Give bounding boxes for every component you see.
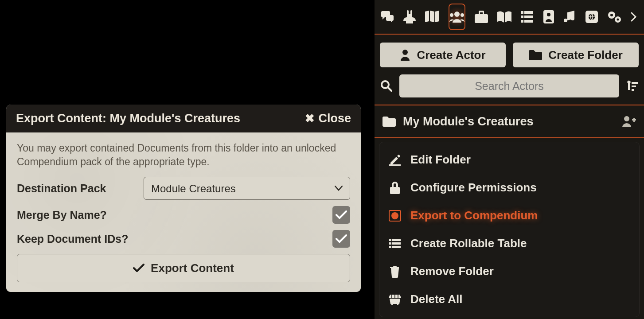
- svg-rect-4: [524, 11, 533, 14]
- tab-journal[interactable]: [497, 9, 511, 24]
- sidebar: Create Actor Create Folder My Module's C…: [375, 0, 644, 319]
- folder-name: My Module's Creatures: [403, 115, 534, 128]
- check-icon: [336, 234, 347, 243]
- ctx-configure-permissions[interactable]: Configure Permissions: [379, 174, 639, 202]
- collapse-sidebar-icon[interactable]: [631, 12, 638, 22]
- destination-select[interactable]: Module Creatures: [144, 177, 350, 200]
- svg-point-2: [461, 13, 464, 17]
- user-icon: [400, 49, 410, 61]
- svg-rect-32: [392, 246, 401, 248]
- svg-rect-30: [392, 242, 401, 245]
- export-content-dialog: Export Content: My Module's Creatures ✖ …: [6, 105, 361, 292]
- destination-label: Destination Pack: [17, 182, 106, 195]
- keep-ids-label: Keep Document IDs?: [17, 233, 128, 245]
- ctx-remove-folder[interactable]: Remove Folder: [379, 257, 639, 285]
- svg-rect-5: [521, 16, 523, 18]
- svg-point-16: [617, 19, 619, 21]
- keep-ids-row: Keep Document IDs?: [17, 230, 350, 248]
- ctx-label: Edit Folder: [410, 153, 471, 167]
- ctx-label: Export to Compendium: [410, 209, 538, 222]
- ctx-edit-folder[interactable]: Edit Folder: [379, 146, 639, 174]
- svg-point-24: [624, 116, 629, 121]
- ctx-create-rollable-table[interactable]: Create Rollable Table: [379, 230, 639, 257]
- merge-label: Merge By Name?: [17, 209, 107, 222]
- svg-rect-28: [392, 239, 401, 241]
- merge-row: Merge By Name?: [17, 206, 350, 224]
- svg-rect-25: [389, 164, 401, 166]
- tab-actors[interactable]: [449, 4, 465, 30]
- close-label: Close: [318, 112, 351, 125]
- tab-tables[interactable]: [521, 9, 533, 24]
- svg-rect-23: [632, 89, 634, 91]
- folder-header[interactable]: My Module's Creatures: [375, 105, 644, 138]
- create-folder-label: Create Folder: [548, 48, 623, 62]
- tab-chat[interactable]: [381, 9, 394, 24]
- svg-point-17: [402, 50, 408, 55]
- close-button[interactable]: ✖ Close: [305, 112, 351, 125]
- create-folder-button[interactable]: Create Folder: [513, 43, 639, 67]
- search-input[interactable]: [399, 74, 619, 97]
- table-icon: [388, 239, 402, 249]
- svg-rect-8: [524, 20, 533, 23]
- svg-point-0: [454, 12, 460, 17]
- dialog-title: Export Content: My Module's Creatures: [16, 112, 240, 125]
- tab-compendium[interactable]: [585, 9, 598, 24]
- svg-point-14: [610, 14, 613, 16]
- svg-point-10: [547, 13, 550, 16]
- edit-icon: [388, 154, 402, 166]
- svg-rect-29: [389, 242, 391, 245]
- ctx-label: Delete All: [410, 292, 463, 306]
- tab-cards[interactable]: [543, 9, 554, 24]
- svg-rect-27: [389, 239, 391, 241]
- destination-row: Destination Pack Module Creatures: [17, 177, 350, 200]
- svg-rect-3: [521, 11, 523, 14]
- svg-point-1: [450, 13, 453, 17]
- svg-rect-21: [632, 82, 638, 84]
- ctx-export-compendium[interactable]: Export to Compendium: [379, 202, 639, 230]
- sidebar-action-row: Create Actor Create Folder: [375, 35, 644, 67]
- tab-settings[interactable]: [607, 9, 621, 24]
- search-icon[interactable]: [380, 80, 393, 92]
- svg-rect-6: [524, 16, 533, 18]
- tab-items[interactable]: [475, 9, 488, 24]
- lock-icon: [388, 182, 402, 194]
- ctx-label: Create Rollable Table: [410, 237, 527, 250]
- ctx-delete-all[interactable]: Delete All: [379, 285, 639, 313]
- svg-rect-31: [389, 246, 391, 248]
- ctx-label: Configure Permissions: [410, 181, 537, 195]
- dumpster-icon: [388, 294, 402, 305]
- atlas-icon: [388, 210, 402, 222]
- check-icon: [133, 264, 144, 272]
- create-actor-label: Create Actor: [417, 48, 485, 62]
- export-content-button[interactable]: Export Content: [17, 254, 350, 282]
- sidebar-tabs: [375, 0, 644, 35]
- merge-checkbox[interactable]: [332, 206, 350, 224]
- folder-icon: [529, 50, 542, 60]
- search-row: [375, 67, 644, 105]
- dialog-hint: You may export contained Documents from …: [17, 141, 350, 169]
- dialog-header[interactable]: Export Content: My Module's Creatures ✖ …: [6, 105, 361, 132]
- tab-scenes[interactable]: [425, 9, 439, 24]
- ctx-label: Remove Folder: [410, 265, 494, 278]
- keep-ids-checkbox[interactable]: [332, 230, 350, 248]
- export-button-label: Export Content: [151, 261, 234, 275]
- create-actor-button[interactable]: Create Actor: [380, 43, 506, 67]
- folder-context-menu: Edit Folder Configure Permissions Export…: [379, 142, 640, 317]
- svg-line-19: [388, 87, 391, 91]
- close-icon: ✖: [305, 112, 315, 125]
- create-actor-in-folder-icon[interactable]: [622, 116, 636, 127]
- check-icon: [336, 210, 347, 219]
- svg-rect-7: [521, 20, 523, 23]
- trash-icon: [388, 265, 402, 278]
- dialog-body: You may export contained Documents from …: [6, 132, 361, 292]
- tab-playlists[interactable]: [564, 9, 576, 24]
- svg-rect-22: [632, 86, 636, 87]
- folder-icon: [382, 116, 396, 127]
- tab-combat[interactable]: [403, 9, 416, 24]
- sort-icon[interactable]: [625, 80, 639, 92]
